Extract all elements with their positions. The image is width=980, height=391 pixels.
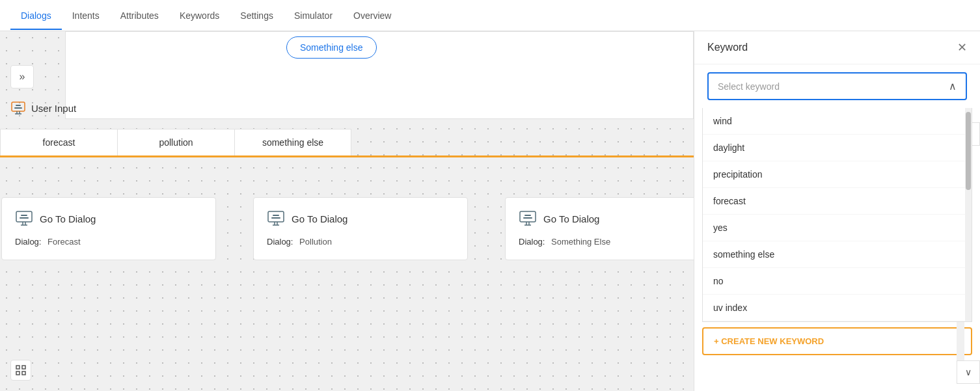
dropdown-item-daylight[interactable]: daylight [703,135,965,161]
keyword-tab-pollution[interactable]: pollution [117,129,234,155]
keyword-select-box[interactable]: Select keyword ∧ [707,72,967,100]
dialog-card-something-else-title: Go To Dialog [543,213,599,224]
dialog-card-something-else-body: Dialog: Something Else [519,237,694,247]
right-panel: Keyword ✕ Select keyword ∧ wind daylight… [694,31,980,391]
user-input-header: User Input [0,96,694,120]
keyword-select-wrapper: Select keyword ∧ [694,64,980,108]
dialog-card-pollution-title: Go To Dialog [292,213,347,224]
dialog-card-forecast-body: Dialog: Forecast [15,237,202,247]
close-button[interactable]: ✕ [957,42,967,53]
dialog-value-pollution: Pollution [299,237,332,247]
keyword-tab-forecast[interactable]: forecast [0,129,117,155]
dropdown-item-precipitation[interactable]: precipitation [703,161,965,188]
svg-rect-6 [16,211,32,222]
svg-rect-24 [16,366,20,369]
tab-overview[interactable]: Overview [343,1,402,30]
svg-rect-0 [12,102,25,111]
svg-rect-1 [16,105,21,106]
dropdown-list: wind daylight precipitation forecast yes… [703,108,965,321]
main-container: Something else » User Input forecast pol… [0,31,980,391]
dialog-label-forecast: Dialog: [15,237,41,247]
tab-dialogs[interactable]: Dialogs [10,1,62,30]
dialog-card-pollution: Go To Dialog Dialog: Pollution [253,197,468,260]
panel-header: Keyword ✕ [694,31,980,64]
something-else-node[interactable]: Something else [286,36,377,59]
svg-rect-13 [273,215,279,216]
dialog-label-pollution: Dialog: [267,237,293,247]
dialog-card-something-else-icon [519,211,537,226]
user-input-icon [10,101,26,115]
tab-attributes[interactable]: Attributes [110,1,169,30]
create-keyword-button[interactable]: + CREATE NEW KEYWORD [702,327,972,355]
dialog-card-forecast-title: Go To Dialog [40,213,96,224]
dialog-card-forecast-icon [15,211,33,226]
keyword-select-placeholder: Select keyword [718,81,780,92]
svg-rect-25 [22,366,25,369]
chevron-up-icon: ∧ [949,80,957,92]
svg-rect-2 [14,107,22,109]
dropdown-scrollbar-wrapper: wind daylight precipitation forecast yes… [703,108,972,321]
keyword-dropdown: wind daylight precipitation forecast yes… [702,108,972,322]
dropdown-scrollbar-thumb[interactable] [966,112,971,190]
dialog-card-pollution-icon [267,211,285,226]
dialog-value-something-else: Something Else [551,237,610,247]
svg-rect-8 [20,217,29,219]
dialog-card-something-else: Go To Dialog Dialog: Something Else [505,197,694,260]
user-input-label: User Input [31,103,76,114]
focus-button[interactable] [10,360,31,381]
svg-rect-12 [268,211,284,222]
svg-rect-19 [524,215,531,216]
dropdown-item-something-else[interactable]: something else [703,241,965,268]
svg-rect-27 [22,371,25,375]
dropdown-item-uv-index[interactable]: uv index [703,295,965,321]
tab-intents[interactable]: Intents [62,1,110,30]
dialog-cards-row: Go To Dialog Dialog: Forecast [0,197,694,260]
scroll-down-icon: ∨ [965,367,972,377]
dialog-label-something-else: Dialog: [519,237,545,247]
dropdown-item-yes[interactable]: yes [703,215,965,241]
dialog-card-forecast-header: Go To Dialog [15,211,202,226]
focus-icon [16,365,26,375]
keyword-tabs-row: forecast pollution something else [0,129,694,157]
svg-rect-26 [16,371,20,375]
top-navigation: Dialogs Intents Attributes Keywords Sett… [0,0,980,31]
dialog-card-forecast: Go To Dialog Dialog: Forecast [1,197,216,260]
svg-rect-7 [21,215,27,216]
svg-rect-14 [271,217,280,219]
panel-title: Keyword [707,42,748,53]
svg-rect-18 [520,211,536,222]
collapse-icon: » [20,71,25,83]
dialog-card-pollution-header: Go To Dialog [267,211,454,226]
tab-simulator[interactable]: Simulator [284,1,343,30]
svg-rect-20 [523,217,532,219]
dialog-value-forecast: Forecast [48,237,81,247]
dialog-card-pollution-body: Dialog: Pollution [267,237,454,247]
tab-keywords[interactable]: Keywords [169,1,230,30]
dialog-card-something-else-header: Go To Dialog [519,211,694,226]
keyword-tab-something-else[interactable]: something else [234,129,351,155]
collapse-button[interactable]: » [10,65,34,88]
dropdown-item-no[interactable]: no [703,268,965,295]
tab-settings[interactable]: Settings [230,1,284,30]
scroll-down-arrow[interactable]: ∨ [957,360,980,384]
dropdown-item-wind[interactable]: wind [703,108,965,135]
dropdown-item-forecast[interactable]: forecast [703,188,965,215]
canvas-area: Something else » User Input forecast pol… [0,31,694,391]
